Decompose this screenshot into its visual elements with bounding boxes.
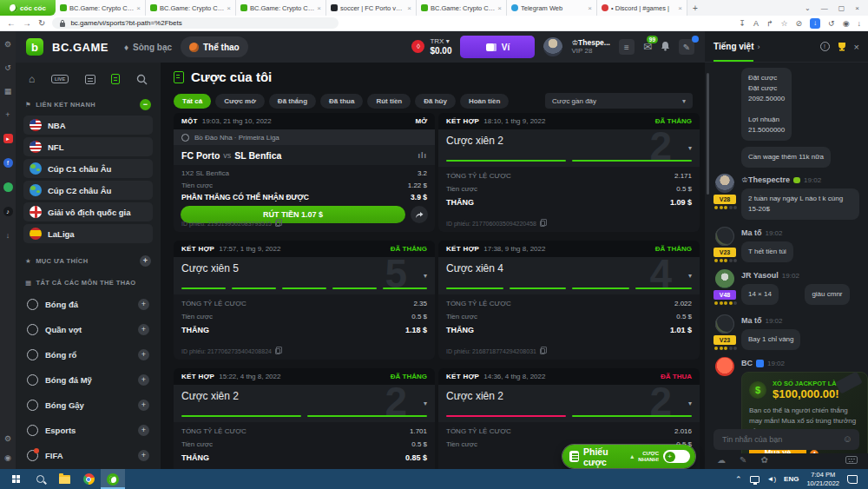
download-tray-icon[interactable]: ↓: [858, 19, 862, 28]
combo-header[interactable]: Cược xiên 5 5 ▾: [174, 257, 435, 294]
inbox-button[interactable]: ✉ 99: [643, 41, 652, 53]
sidebar-item-nba[interactable]: NBA: [23, 116, 153, 135]
my-bets-icon[interactable]: [111, 74, 120, 84]
trophy-icon[interactable]: [837, 42, 847, 51]
start-button[interactable]: [3, 469, 28, 489]
chat-compose-button[interactable]: ✎: [679, 39, 694, 55]
tab-bcgame-2[interactable]: BC.Game: Crypto Casino ×: [146, 0, 236, 16]
chrome-button[interactable]: [76, 469, 101, 489]
close-chat-icon[interactable]: ×: [854, 42, 859, 52]
wallet-button[interactable]: Ví: [460, 36, 535, 58]
expand-button[interactable]: +: [138, 450, 149, 461]
music-app-icon[interactable]: ♪: [3, 207, 13, 216]
action-center-icon[interactable]: [847, 475, 858, 484]
sidebar-item-basketball[interactable]: Bóng rổ +: [23, 342, 153, 367]
avatar[interactable]: [715, 227, 734, 246]
expand-button[interactable]: +: [138, 349, 149, 360]
sidebar-item-europa-league[interactable]: Cúp C2 châu Âu: [23, 181, 153, 200]
nav-casino[interactable]: ♦ Sòng bạc: [124, 43, 172, 52]
bcgame-logo-text[interactable]: BC.GAME: [52, 41, 108, 54]
tab-close-icon[interactable]: ×: [588, 4, 592, 12]
avatar[interactable]: [715, 269, 734, 288]
live-icon[interactable]: LIVE: [51, 75, 69, 83]
sidebar-item-premier-league[interactable]: Giải vô địch quốc gia: [23, 202, 153, 221]
sidebar-item-soccer[interactable]: Bóng đá +: [23, 292, 153, 317]
tab-bcgame-3[interactable]: BC.Game: Crypto Casino ×: [236, 0, 326, 16]
history-arrow-icon[interactable]: ↺: [4, 63, 11, 72]
copy-icon[interactable]: [540, 221, 545, 227]
sidebar-item-champions-league[interactable]: Cúp C1 châu Âu: [23, 159, 153, 178]
download-strip-icon[interactable]: ↓: [6, 231, 10, 240]
fun-icon[interactable]: ✿: [760, 455, 767, 465]
chat-rules-icon[interactable]: !: [820, 42, 830, 51]
tab-close-icon[interactable]: ×: [407, 4, 411, 12]
match-row[interactable]: FC Porto vs SL Benfica ılı: [174, 145, 435, 165]
quick-bet-toggle[interactable]: +: [663, 450, 690, 463]
chat-rules-pencil-icon[interactable]: ✎: [740, 455, 746, 465]
maximize-button[interactable]: ▢: [838, 4, 845, 12]
tab-close-icon[interactable]: ×: [136, 4, 141, 12]
expand-button[interactable]: +: [138, 400, 149, 411]
back-button[interactable]: ←: [7, 18, 16, 28]
copy-icon[interactable]: [275, 221, 280, 227]
bookmark-star-icon[interactable]: ☆: [780, 19, 787, 28]
clock[interactable]: 7:04 PM 10/21/2022: [806, 471, 839, 487]
show-hidden-icons[interactable]: ⌃: [735, 475, 742, 484]
stats-icon[interactable]: ılı: [418, 151, 427, 160]
tab-close-icon[interactable]: ×: [227, 4, 231, 12]
language-indicator[interactable]: ENG: [784, 475, 799, 483]
collapse-button[interactable]: −: [140, 99, 151, 110]
tab-search-icon[interactable]: ⌄: [805, 4, 811, 12]
bcgame-logo-icon[interactable]: b: [26, 38, 43, 56]
chat-username[interactable]: Ma tố: [741, 228, 762, 237]
share-icon[interactable]: ↱: [766, 19, 773, 28]
chat-username[interactable]: Ma tố: [741, 316, 762, 325]
bet-list-button[interactable]: ≡: [619, 39, 635, 55]
speaker-icon[interactable]: ◄): [767, 475, 777, 483]
tab-bcgame-1[interactable]: BC.Game: Crypto Casino ×: [56, 0, 146, 16]
currency-selector[interactable]: ◊ TRX ▾ $0.00: [411, 38, 451, 56]
tab-close-icon[interactable]: ×: [497, 4, 502, 12]
filter-won[interactable]: Đã thắng: [269, 94, 316, 109]
filter-lost[interactable]: Đã thua: [320, 94, 363, 109]
share-bet-button[interactable]: [411, 206, 428, 223]
close-window-button[interactable]: ×: [855, 4, 859, 12]
sidebar-item-tennis[interactable]: Quần vợt +: [23, 317, 153, 342]
expand-button[interactable]: +: [138, 324, 149, 335]
notifications-button[interactable]: [661, 41, 670, 54]
combo-header[interactable]: Cược xiên 2 2 ▾: [174, 385, 435, 422]
sidebar-item-nfl[interactable]: NFL: [23, 137, 153, 156]
combo-header[interactable]: Cược xiên 2 2 ▾: [438, 129, 700, 167]
reload-button[interactable]: ↻: [38, 18, 45, 28]
expand-button[interactable]: +: [138, 425, 149, 436]
tab-bcgame-active[interactable]: BC.Game: Crypto Casino ×: [417, 0, 507, 16]
taskbar-search-button[interactable]: [28, 469, 52, 489]
calendar-icon[interactable]: [85, 75, 95, 84]
sidebar-item-american-football[interactable]: Bóng đá Mỹ +: [23, 367, 153, 393]
tab-close-icon[interactable]: ×: [678, 4, 682, 12]
expand-caret-icon[interactable]: ▾: [688, 400, 692, 407]
grid-icon[interactable]: ▦: [4, 87, 12, 96]
profile-icon[interactable]: ◉: [843, 19, 850, 28]
minimize-button[interactable]: —: [821, 4, 828, 12]
adblock-icon[interactable]: ⊘: [796, 19, 803, 28]
tab-discord[interactable]: • Discord | #games | ×: [597, 0, 687, 16]
user-avatar[interactable]: [543, 37, 562, 56]
copy-icon[interactable]: [540, 348, 545, 354]
chat-username[interactable]: JR Yasoul: [741, 271, 779, 280]
filter-all[interactable]: Tất cả: [174, 94, 211, 109]
coccoc-menu-button[interactable]: cốc cốc: [0, 0, 56, 16]
chat-language-tab[interactable]: Tiếng việt: [713, 42, 754, 51]
youtube-icon[interactable]: ▸: [3, 134, 13, 143]
filter-cancelled[interactable]: Đã hủy: [415, 94, 456, 109]
address-bar[interactable]: bc.game/vi/sports?bt-path=%2Fbets: [52, 17, 339, 29]
tab-close-icon[interactable]: ×: [317, 4, 321, 12]
user-info[interactable]: ♔Thespe... VIP 28: [571, 38, 609, 56]
expand-button[interactable]: +: [138, 374, 149, 386]
coccoc-taskbar-button[interactable]: [101, 469, 125, 489]
avatar[interactable]: [715, 174, 734, 193]
tab-telegram[interactable]: Telegram Web ×: [507, 0, 597, 16]
filter-refund[interactable]: Hoàn tiền: [460, 94, 509, 109]
rain-icon[interactable]: ☁: [717, 455, 726, 465]
chevron-right-icon[interactable]: ›: [758, 43, 760, 51]
